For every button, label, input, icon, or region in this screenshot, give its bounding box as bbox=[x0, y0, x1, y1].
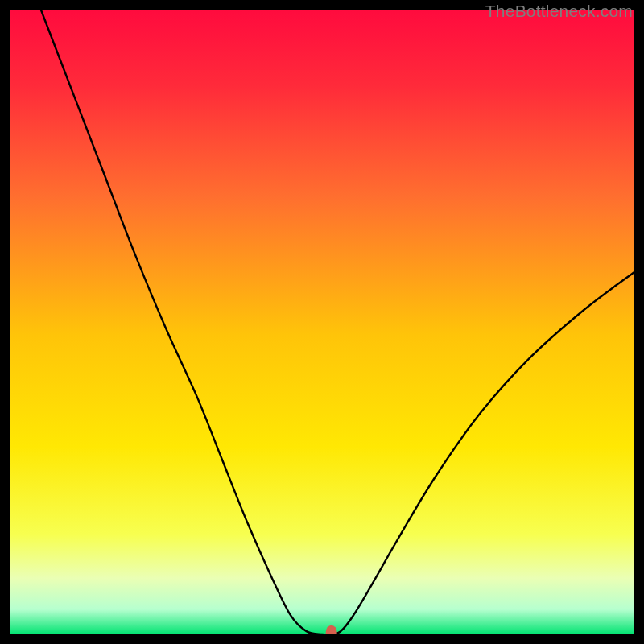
chart-frame bbox=[10, 10, 634, 634]
watermark-text: TheBottleneck.com bbox=[485, 2, 633, 21]
chart-svg bbox=[10, 10, 634, 634]
chart-background bbox=[10, 10, 634, 634]
